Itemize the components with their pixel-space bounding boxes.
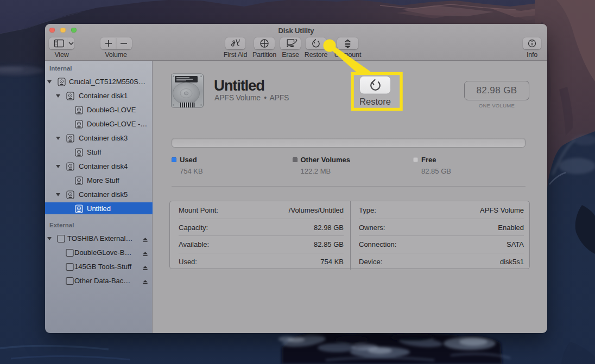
svg-text:Restore: Restore [359, 97, 391, 106]
